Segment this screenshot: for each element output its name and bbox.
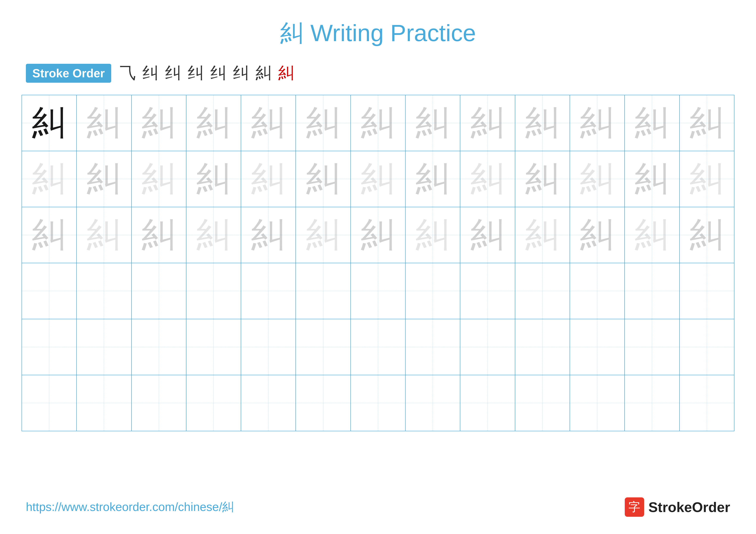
cell-2-6[interactable]: 糾 — [296, 151, 350, 207]
cell-6-9[interactable] — [460, 375, 515, 431]
char-guide: 糾 — [471, 104, 505, 142]
cell-5-11[interactable] — [570, 319, 625, 375]
char-guide: 糾 — [32, 160, 67, 198]
footer: https://www.strokeorder.com/chinese/糾 字 … — [0, 497, 756, 517]
cell-6-6[interactable] — [296, 375, 350, 431]
cell-2-2[interactable]: 糾 — [76, 151, 131, 207]
cell-2-5[interactable]: 糾 — [241, 151, 296, 207]
cell-1-7[interactable]: 糾 — [351, 95, 405, 151]
cell-4-12[interactable] — [625, 263, 679, 319]
cell-2-10[interactable]: 糾 — [515, 151, 570, 207]
cell-2-13[interactable]: 糾 — [680, 151, 734, 207]
cell-3-4[interactable]: 糾 — [186, 207, 241, 263]
cell-6-8[interactable] — [405, 375, 460, 431]
cell-1-3[interactable]: 糾 — [131, 95, 186, 151]
cell-4-9[interactable] — [460, 263, 515, 319]
char-guide: 糾 — [361, 216, 395, 254]
cell-3-13[interactable]: 糾 — [680, 207, 734, 263]
cell-1-9[interactable]: 糾 — [460, 95, 515, 151]
stroke-5: 纠 — [210, 62, 227, 84]
cell-5-2[interactable] — [76, 319, 131, 375]
cell-6-3[interactable] — [131, 375, 186, 431]
cell-3-6[interactable]: 糾 — [296, 207, 350, 263]
char-guide: 糾 — [580, 104, 614, 142]
cell-2-9[interactable]: 糾 — [460, 151, 515, 207]
char-guide: 糾 — [580, 160, 614, 198]
cell-5-12[interactable] — [625, 319, 679, 375]
cell-4-1[interactable] — [22, 263, 76, 319]
cell-5-6[interactable] — [296, 319, 350, 375]
cell-5-3[interactable] — [131, 319, 186, 375]
cell-6-5[interactable] — [241, 375, 296, 431]
cell-3-3[interactable]: 糾 — [131, 207, 186, 263]
cell-6-11[interactable] — [570, 375, 625, 431]
cell-2-1[interactable]: 糾 — [22, 151, 76, 207]
cell-6-4[interactable] — [186, 375, 241, 431]
cell-6-13[interactable] — [680, 375, 734, 431]
cell-5-5[interactable] — [241, 319, 296, 375]
cell-5-1[interactable] — [22, 319, 76, 375]
cell-4-2[interactable] — [76, 263, 131, 319]
cell-4-7[interactable] — [351, 263, 405, 319]
cell-1-1[interactable]: 糾 — [22, 95, 76, 151]
cell-1-4[interactable]: 糾 — [186, 95, 241, 151]
cell-4-13[interactable] — [680, 263, 734, 319]
cell-5-7[interactable] — [351, 319, 405, 375]
cell-5-8[interactable] — [405, 319, 460, 375]
cell-5-10[interactable] — [515, 319, 570, 375]
cell-2-7[interactable]: 糾 — [351, 151, 405, 207]
stroke-4: 纠 — [188, 62, 204, 84]
cell-2-4[interactable]: 糾 — [186, 151, 241, 207]
cell-5-13[interactable] — [680, 319, 734, 375]
cell-6-1[interactable] — [22, 375, 76, 431]
cell-1-10[interactable]: 糾 — [515, 95, 570, 151]
cell-2-8[interactable]: 糾 — [405, 151, 460, 207]
practice-grid-container: 糾 糾 糾 糾 糾 糾 糾 糾 糾 糾 糾 糾 糾 糾 糾 糾 糾 糾 糾 糾 … — [0, 95, 756, 431]
cell-1-8[interactable]: 糾 — [405, 95, 460, 151]
cell-3-7[interactable]: 糾 — [351, 207, 405, 263]
cell-4-5[interactable] — [241, 263, 296, 319]
cell-3-10[interactable]: 糾 — [515, 207, 570, 263]
cell-3-5[interactable]: 糾 — [241, 207, 296, 263]
cell-4-10[interactable] — [515, 263, 570, 319]
char-guide: 糾 — [580, 216, 614, 254]
grid-row-4 — [22, 263, 734, 319]
cell-2-3[interactable]: 糾 — [131, 151, 186, 207]
cell-2-11[interactable]: 糾 — [570, 151, 625, 207]
cell-4-3[interactable] — [131, 263, 186, 319]
char-guide: 糾 — [196, 104, 231, 142]
char-dark: 糾 — [32, 104, 67, 142]
cell-3-8[interactable]: 糾 — [405, 207, 460, 263]
cell-1-5[interactable]: 糾 — [241, 95, 296, 151]
cell-2-12[interactable]: 糾 — [625, 151, 679, 207]
cell-6-10[interactable] — [515, 375, 570, 431]
cell-4-11[interactable] — [570, 263, 625, 319]
cell-1-13[interactable]: 糾 — [680, 95, 734, 151]
cell-4-8[interactable] — [405, 263, 460, 319]
stroke-7: 糾 — [256, 62, 272, 84]
grid-row-1: 糾 糾 糾 糾 糾 糾 糾 糾 糾 糾 糾 糾 糾 — [22, 95, 734, 151]
cell-1-2[interactable]: 糾 — [76, 95, 131, 151]
char-guide: 糾 — [689, 160, 724, 198]
cell-4-4[interactable] — [186, 263, 241, 319]
cell-3-2[interactable]: 糾 — [76, 207, 131, 263]
cell-3-1[interactable]: 糾 — [22, 207, 76, 263]
char-guide: 糾 — [689, 216, 724, 254]
grid-row-5 — [22, 319, 734, 375]
cell-6-2[interactable] — [76, 375, 131, 431]
cell-4-6[interactable] — [296, 263, 350, 319]
cell-5-9[interactable] — [460, 319, 515, 375]
footer-url[interactable]: https://www.strokeorder.com/chinese/糾 — [26, 499, 234, 515]
cell-3-9[interactable]: 糾 — [460, 207, 515, 263]
cell-3-12[interactable]: 糾 — [625, 207, 679, 263]
cell-6-7[interactable] — [351, 375, 405, 431]
cell-5-4[interactable] — [186, 319, 241, 375]
cell-1-6[interactable]: 糾 — [296, 95, 350, 151]
stroke-order-row: Stroke Order ⺄ 纠 纠 纠 纠 纠 糾 糾 — [0, 62, 756, 84]
char-guide: 糾 — [306, 160, 340, 198]
cell-3-11[interactable]: 糾 — [570, 207, 625, 263]
char-guide: 糾 — [525, 216, 560, 254]
cell-6-12[interactable] — [625, 375, 679, 431]
cell-1-12[interactable]: 糾 — [625, 95, 679, 151]
cell-1-11[interactable]: 糾 — [570, 95, 625, 151]
